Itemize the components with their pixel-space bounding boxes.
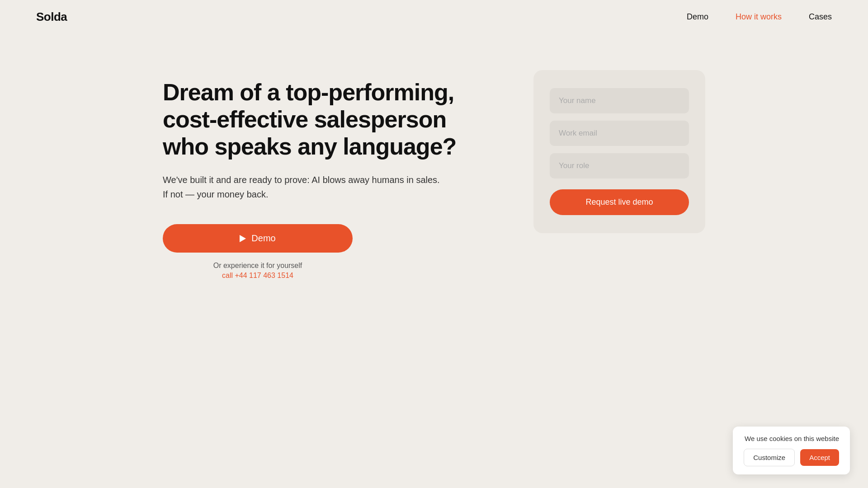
nav-link-how-it-works[interactable]: How it works — [736, 12, 782, 22]
logo[interactable]: Solda — [36, 10, 67, 24]
headline: Dream of a top-performing, cost-effectiv… — [163, 79, 479, 160]
subheadline: We've built it and are ready to prove: A… — [163, 173, 479, 202]
call-link[interactable]: call +44 117 463 1514 — [163, 272, 353, 280]
main-content: Dream of a top-performing, cost-effectiv… — [118, 34, 750, 280]
or-text: Or experience it for yourself — [163, 262, 353, 270]
accept-button[interactable]: Accept — [800, 449, 839, 466]
right-section: Request live demo — [533, 70, 705, 233]
cookie-message: We use cookies on this website — [745, 435, 839, 442]
cookie-banner: We use cookies on this website Customize… — [733, 427, 850, 474]
form-card: Request live demo — [533, 70, 705, 233]
role-input[interactable] — [550, 153, 689, 178]
nav-link-demo[interactable]: Demo — [687, 12, 708, 22]
demo-button-label: Demo — [251, 233, 275, 244]
email-input[interactable] — [550, 121, 689, 146]
name-input[interactable] — [550, 88, 689, 113]
demo-button[interactable]: Demo — [163, 224, 353, 253]
nav-links: Demo How it works Cases — [687, 12, 832, 22]
play-icon — [240, 235, 246, 242]
left-section: Dream of a top-performing, cost-effectiv… — [163, 70, 479, 280]
customize-button[interactable]: Customize — [744, 449, 795, 466]
cookie-buttons: Customize Accept — [744, 449, 839, 466]
request-demo-button[interactable]: Request live demo — [550, 189, 689, 215]
nav-link-cases[interactable]: Cases — [809, 12, 832, 22]
navbar: Solda Demo How it works Cases — [0, 0, 868, 34]
